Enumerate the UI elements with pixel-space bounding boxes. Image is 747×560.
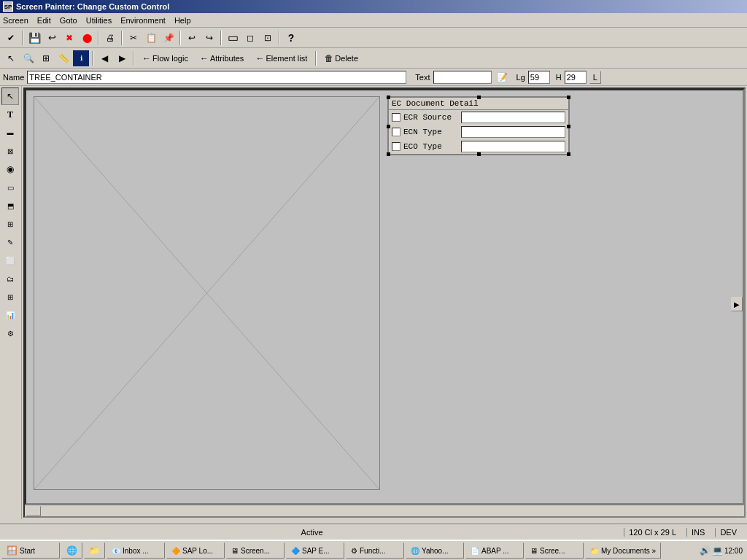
start-label: Start xyxy=(20,547,35,555)
eco-checkbox[interactable] xyxy=(392,142,400,151)
menu-goto[interactable]: Goto xyxy=(60,16,77,25)
taskbar-docs[interactable]: 📁 xyxy=(84,542,105,559)
taskbar-functi[interactable]: ⚙ Functi... xyxy=(346,542,404,559)
tray-icon1[interactable]: 🔊 xyxy=(700,545,711,556)
nav-next-btn[interactable]: ▶ xyxy=(114,50,130,66)
line-tool[interactable]: ▬ xyxy=(1,124,19,141)
ec-row-1: ECN Type xyxy=(389,125,568,139)
h-label: H xyxy=(556,73,562,82)
h-input[interactable] xyxy=(565,71,587,84)
taskbar-sap-lo[interactable]: 🔶 SAP Lo... xyxy=(166,542,225,559)
element-list-btn[interactable]: ← Element list xyxy=(250,50,312,66)
sep6 xyxy=(279,31,280,45)
exit-btn[interactable]: ✖ xyxy=(61,30,77,46)
grid-tb-btn[interactable]: ⊞ xyxy=(38,50,54,66)
handle-ml xyxy=(387,125,390,128)
custom-tool[interactable]: ⚙ xyxy=(1,324,19,342)
taskbar-abap[interactable]: 📄 ABAP ... xyxy=(465,542,524,559)
stack-tool[interactable]: 🗂 xyxy=(1,270,19,287)
sep4 xyxy=(179,31,181,45)
l-button[interactable]: L xyxy=(589,71,601,84)
canvas-wrapper: EC Document Detail ECR Source ECN Type E… xyxy=(23,88,746,518)
h-scrollbar-thumb[interactable] xyxy=(26,506,41,516)
menu-help[interactable]: Help xyxy=(174,16,191,25)
chart-tool[interactable]: 📊 xyxy=(1,306,19,324)
taskbar-scree[interactable]: 🖥 Scree... xyxy=(525,542,584,559)
tray-icon2[interactable]: 💻 xyxy=(712,545,723,556)
back-btn[interactable]: ↩ xyxy=(44,30,60,46)
canvas-scroll-right[interactable]: ▶ xyxy=(731,297,743,311)
toolbar-row-2: ↖ 🔍 ⊞ 📏 ℹ ◀ ▶ ← Flow logic ← Attributes … xyxy=(0,48,747,69)
tab-tool[interactable]: ⬜ xyxy=(1,252,19,269)
status-info1: 120 Cl x 29 L xyxy=(624,528,681,537)
tree-container[interactable] xyxy=(34,96,380,490)
flow-logic-btn[interactable]: ← Flow logic xyxy=(137,50,193,66)
sep8 xyxy=(133,51,134,66)
canvas-area[interactable]: EC Document Detail ECR Source ECN Type E… xyxy=(25,89,744,505)
layout1-btn[interactable]: ▭ xyxy=(225,30,241,46)
paste-btn[interactable]: 📌 xyxy=(160,30,177,46)
edit-tool[interactable]: ✎ xyxy=(1,233,19,251)
group-tool[interactable]: ⬒ xyxy=(1,197,19,214)
pointer-tool[interactable]: ↖ xyxy=(1,88,19,105)
taskbar-my-docs[interactable]: 📁 My Documents » xyxy=(585,542,661,559)
menu-utilities[interactable]: Utilities xyxy=(86,16,112,25)
status-info3: DEV xyxy=(715,528,741,537)
menu-bar: Screen Edit Goto Utilities Environment H… xyxy=(0,13,747,28)
status-info2: INS xyxy=(686,528,709,537)
text-tool[interactable]: T xyxy=(1,106,19,123)
help-btn[interactable]: ? xyxy=(283,30,299,46)
text-label: Text xyxy=(415,73,430,82)
ruler-tb-btn[interactable]: 📏 xyxy=(55,50,71,66)
delete-btn[interactable]: 🗑 Delete xyxy=(320,50,363,66)
t1-btn[interactable]: ℹ xyxy=(73,50,89,66)
taskbar-ie[interactable]: 🌐 xyxy=(61,542,82,559)
eco-input[interactable] xyxy=(461,141,565,152)
status-bar: Active 120 Cl x 29 L INS DEV xyxy=(0,524,747,540)
eco-label: ECO Type xyxy=(403,142,458,151)
name-bar: Name Text 📝 Lg H L xyxy=(0,69,747,86)
text-edit-icon[interactable]: 📝 xyxy=(495,69,511,85)
cancel-btn[interactable]: ⬤ xyxy=(79,30,95,46)
taskbar-screen1[interactable]: 🖥 Screen... xyxy=(226,542,285,559)
box-x-tool[interactable]: ⊠ xyxy=(1,142,19,160)
cut-btn[interactable]: ✂ xyxy=(125,30,142,46)
layout2-btn[interactable]: ◻ xyxy=(242,30,258,46)
print-btn[interactable]: 🖨 xyxy=(102,30,118,46)
layout3-btn[interactable]: ⊡ xyxy=(260,30,276,46)
menu-edit[interactable]: Edit xyxy=(37,16,51,25)
redo-btn[interactable]: ↪ xyxy=(201,30,217,46)
ecn-checkbox[interactable] xyxy=(392,128,400,136)
menu-screen[interactable]: Screen xyxy=(3,16,28,25)
radio-tool[interactable]: ◉ xyxy=(1,160,19,178)
sep3 xyxy=(121,31,123,45)
h-scrollbar[interactable] xyxy=(25,505,744,516)
save-btn[interactable]: 💾 xyxy=(26,30,42,46)
ecr-checkbox[interactable] xyxy=(392,113,400,122)
start-button[interactable]: 🪟 Start xyxy=(1,542,60,559)
attributes-label: Attributes xyxy=(210,54,244,63)
lg-label: Lg xyxy=(516,73,525,82)
undo-btn[interactable]: ↩ xyxy=(184,30,200,46)
table-tool[interactable]: ⊞ xyxy=(1,288,19,306)
copy-btn[interactable]: 📋 xyxy=(143,30,159,46)
attributes-btn[interactable]: ← Attributes xyxy=(195,50,249,66)
taskbar-sap-e[interactable]: 🔷 SAP E... xyxy=(286,542,344,559)
taskbar-yahoo[interactable]: 🌐 Yahoo... xyxy=(406,542,464,559)
grid-tool[interactable]: ⊞ xyxy=(1,215,19,233)
ecn-input[interactable] xyxy=(461,126,565,138)
check-btn[interactable]: ✔ xyxy=(3,30,19,46)
zoom-tb-btn[interactable]: 🔍 xyxy=(20,50,36,66)
text-input[interactable] xyxy=(433,71,492,84)
select-tb-btn[interactable]: ↖ xyxy=(3,50,19,66)
ecr-input[interactable] xyxy=(461,112,565,123)
name-input[interactable] xyxy=(27,71,406,84)
flow-logic-label: Flow logic xyxy=(152,54,188,63)
taskbar-inbox[interactable]: 📧 Inbox ... xyxy=(107,542,165,559)
lg-input[interactable] xyxy=(528,71,550,84)
rect-tool[interactable]: ▭ xyxy=(1,179,19,196)
menu-environment[interactable]: Environment xyxy=(120,16,166,25)
handle-bm xyxy=(477,152,481,156)
nav-prev-btn[interactable]: ◀ xyxy=(96,50,112,66)
ec-panel: EC Document Detail ECR Source ECN Type E… xyxy=(387,96,570,155)
